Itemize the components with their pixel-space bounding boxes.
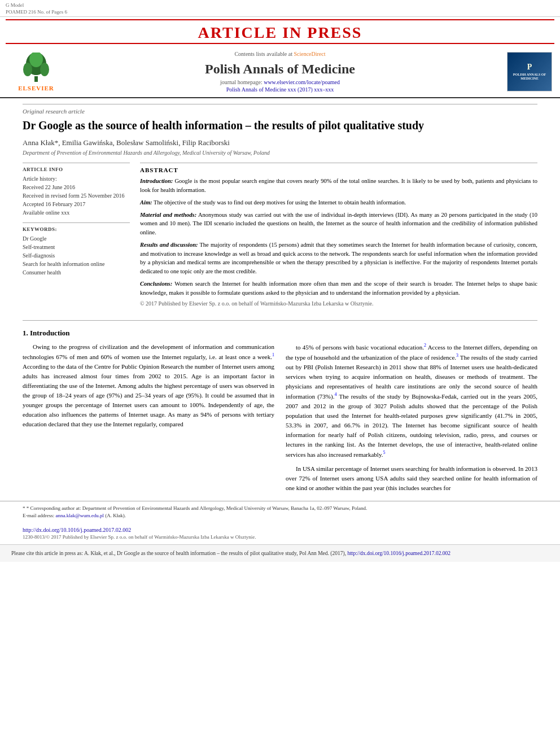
- abstract-material-text: Anonymous study was carried out with the…: [140, 212, 537, 236]
- svg-rect-0: [34, 76, 38, 82]
- keyword-5: Consumer health: [23, 268, 130, 277]
- abstract-results-label: Results and discussion:: [140, 242, 198, 248]
- doi-line: http://dx.doi.org/10.1016/j.poamed.2017.…: [23, 527, 537, 533]
- intro-col-left: Owing to the progress of civilization an…: [23, 342, 274, 492]
- article-history: Article history: Received 22 June 2016 R…: [23, 174, 130, 217]
- abstract-aim-label: Aim:: [140, 199, 152, 206]
- article-type: Original research article: [23, 104, 537, 115]
- intro-para-right-1: to 45% of persons with basic vocational …: [286, 342, 537, 459]
- footnote-star: * * Corresponding author at: Department …: [23, 505, 537, 513]
- footnotes-section: * * Corresponding author at: Department …: [0, 501, 560, 523]
- abstract-intro-text: Google is the most popular search engine…: [140, 178, 537, 193]
- abstract-conclusions: Conclusions: Women search the Internet f…: [140, 279, 537, 298]
- homepage-link[interactable]: www.elsevier.com/locate/poamed: [264, 79, 340, 85]
- introduction-section: 1. Introduction Owing to the progress of…: [0, 329, 560, 492]
- intro-para-left: Owing to the progress of civilization an…: [23, 342, 274, 429]
- article-in-press-banner: ARTICLE IN PRESS: [6, 19, 554, 44]
- pam-logo: P POLISH ANNALS OF MEDICINE: [507, 52, 552, 91]
- abstract-intro-label: Introduction:: [140, 178, 173, 184]
- abstract-material-label: Material and methods:: [140, 212, 196, 218]
- keyword-3: Self-diagnosis: [23, 251, 130, 260]
- intro-heading: 1. Introduction: [23, 329, 537, 338]
- keywords-box: Keywords: Dr Google Self-treatment Self-…: [23, 222, 130, 277]
- affiliation: Department of Prevention of Environmenta…: [23, 150, 537, 156]
- copyright-line: © 2017 Published by Elsevier Sp. z o.o. …: [140, 300, 537, 307]
- abstract-introduction: Introduction: Google is the most popular…: [140, 177, 537, 195]
- intro-columns: Owing to the progress of civilization an…: [23, 342, 537, 492]
- elsevier-logo-container: ELSEVIER: [8, 53, 64, 91]
- authors: Anna Kłak*, Emilia Gawińska, Bolesław Sa…: [23, 138, 537, 147]
- history-label: Article history:: [23, 174, 130, 183]
- abstract-material: Material and methods: Anonymous study wa…: [140, 211, 537, 237]
- abstract-results-text: The majority of respondents (15 persons)…: [140, 242, 537, 274]
- keywords-label: Keywords:: [23, 226, 130, 232]
- doi-link[interactable]: http://dx.doi.org/10.1016/j.poamed.2017.…: [23, 527, 131, 533]
- contents-line: Contents lists available at ScienceDirec…: [64, 51, 496, 57]
- svg-point-2: [23, 63, 32, 76]
- elsevier-logo: ELSEVIER: [8, 53, 64, 91]
- footnote-email: E-mail address: anna.klak@wum.edu.pl (A.…: [23, 512, 537, 520]
- article-info-label: ARTICLE INFO: [23, 167, 130, 172]
- info-abstract-columns: ARTICLE INFO Article history: Received 2…: [23, 163, 537, 307]
- revised-date: Received in revised form 25 November 201…: [23, 191, 130, 200]
- article-info-box: ARTICLE INFO Article history: Received 2…: [23, 163, 130, 217]
- keyword-2: Self-treatment: [23, 243, 130, 251]
- cite-doi-link[interactable]: http://dx.doi.org/10.1016/j.poamed.2017.…: [347, 551, 450, 556]
- elsevier-tree-icon: [19, 53, 53, 84]
- section-divider: [23, 320, 537, 321]
- article-body: Original research article Dr Google as t…: [0, 98, 560, 312]
- article-info-column: ARTICLE INFO Article history: Received 2…: [23, 163, 130, 307]
- keywords-list: Dr Google Self-treatment Self-diagnosis …: [23, 234, 130, 277]
- available-date: Available online xxx: [23, 208, 130, 217]
- abstract-aim: Aim: The objective of the study was to f…: [140, 198, 537, 207]
- accepted-date: Accepted 16 February 2017: [23, 200, 130, 208]
- citation-line: Polish Annals of Medicine xxx (2017) xxx…: [64, 86, 496, 93]
- article-title: Dr Google as the source of health inform…: [23, 118, 537, 133]
- abstract-results: Results and discussion: The majority of …: [140, 241, 537, 276]
- intro-col-right: to 45% of persons with basic vocational …: [286, 342, 537, 492]
- email-link[interactable]: anna.klak@wum.edu.pl: [55, 513, 104, 518]
- received-date: Received 22 June 2016: [23, 183, 130, 191]
- abstract-section: ABSTRACT Introduction: Google is the mos…: [140, 163, 537, 307]
- abstract-column: ABSTRACT Introduction: Google is the mos…: [140, 163, 537, 307]
- intro-para-right-2: In USA similar percentage of Internet us…: [286, 464, 537, 493]
- issn-line: 1230-8013/© 2017 Published by Elsevier S…: [23, 534, 537, 540]
- keyword-4: Search for health information online: [23, 260, 130, 268]
- svg-point-3: [40, 63, 49, 76]
- abstract-conclusions-label: Conclusions:: [140, 281, 172, 287]
- journal-center: Contents lists available at ScienceDirec…: [64, 51, 496, 93]
- page: G Model POAMED 216 No. of Pages 6 ARTICL…: [0, 0, 560, 747]
- journal-title: Polish Annals of Medicine: [64, 62, 496, 77]
- elsevier-text: ELSEVIER: [18, 85, 54, 91]
- cite-box: Please cite this article in press as: A.…: [0, 544, 560, 562]
- homepage-line: journal homepage: www.elsevier.com/locat…: [64, 79, 496, 85]
- cite-text: Please cite this article in press as: A.…: [11, 549, 549, 557]
- journal-header: ELSEVIER Contents lists available at Sci…: [0, 46, 560, 98]
- abstract-aim-text: The objective of the study was to find o…: [154, 199, 406, 206]
- g-model-text: G Model POAMED 216 No. of Pages 6: [6, 2, 554, 15]
- keyword-1: Dr Google: [23, 234, 130, 243]
- top-banner: G Model POAMED 216 No. of Pages 6: [0, 0, 560, 17]
- sciencedirect-link[interactable]: ScienceDirect: [294, 51, 325, 57]
- abstract-conclusions-text: Women search the Internet for health inf…: [140, 281, 537, 296]
- abstract-label: ABSTRACT: [140, 167, 537, 173]
- pam-logo-container: P POLISH ANNALS OF MEDICINE: [496, 52, 552, 91]
